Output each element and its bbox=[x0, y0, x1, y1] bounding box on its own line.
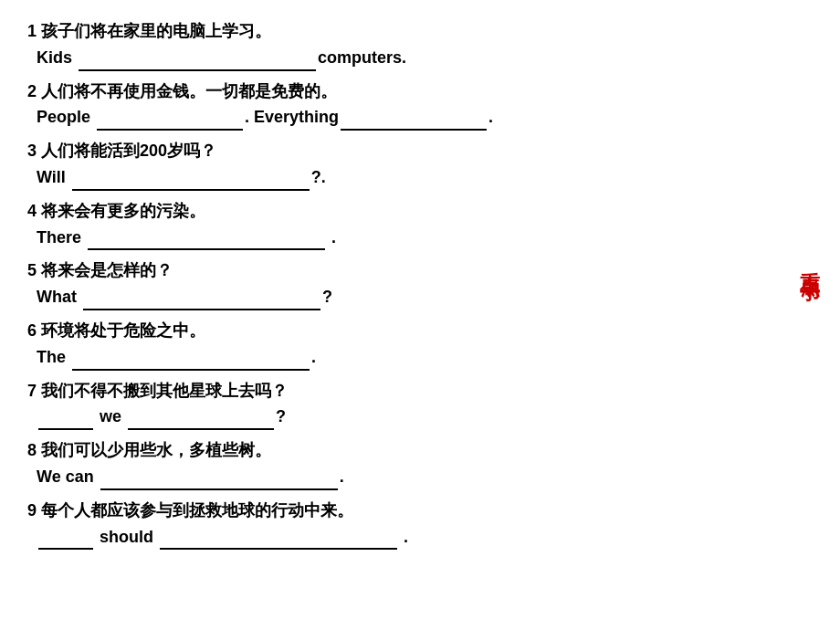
exercise-item-4: 4 将来会有更多的污染。 There . bbox=[27, 198, 813, 251]
blank-5-1[interactable] bbox=[83, 309, 320, 310]
blank-1-1[interactable] bbox=[79, 69, 316, 71]
english-1: Kids computers. bbox=[27, 45, 813, 71]
blank-7-1[interactable] bbox=[128, 428, 274, 430]
chinese-6: 6 环境将处于危险之中。 bbox=[27, 318, 813, 344]
text-period4: . bbox=[327, 228, 336, 247]
text-wecan: We can bbox=[37, 467, 99, 486]
text-computers: computers. bbox=[318, 48, 406, 67]
text-period8: . bbox=[340, 467, 344, 486]
exercise-item-6: 6 环境将处于危险之中。 The . bbox=[27, 318, 813, 371]
text-will: Will bbox=[37, 168, 70, 186]
chinese-7: 7 我们不得不搬到其他星球上去吗？ bbox=[27, 378, 813, 404]
chinese-9: 9 每个人都应该参与到拯救地球的行动中来。 bbox=[27, 498, 813, 524]
sidebar-label: 重点句子 bbox=[798, 256, 822, 270]
exercise-item-7: 7 我们不得不搬到其他星球上去吗？ we ? bbox=[27, 378, 813, 431]
text-dot1: . Everything bbox=[245, 108, 339, 126]
text-the: The bbox=[37, 348, 70, 366]
english-5: What ? bbox=[27, 284, 813, 310]
text-what: What bbox=[37, 288, 81, 306]
blank-2-2[interactable] bbox=[341, 129, 487, 131]
blank-8-1[interactable] bbox=[100, 488, 338, 490]
english-9: should . bbox=[27, 524, 813, 551]
english-2: People . Everything. bbox=[27, 104, 813, 131]
english-7: we ? bbox=[27, 404, 813, 430]
text-dot2: . bbox=[488, 108, 493, 126]
exercise-list: 1 孩子们将在家里的电脑上学习。 Kids computers. 2 人们将不再… bbox=[27, 18, 813, 550]
text-q5: ? bbox=[322, 288, 332, 306]
text-we: we bbox=[95, 407, 126, 425]
text-period6: . bbox=[311, 348, 316, 366]
english-4: There . bbox=[27, 225, 813, 251]
chinese-8: 8 我们可以少用些水，多植些树。 bbox=[27, 437, 813, 464]
exercise-item-2: 2 人们将不再使用金钱。一切都是免费的。 People . Everything… bbox=[27, 79, 813, 131]
exercise-item-3: 3 人们将能活到200岁吗？ Will ?. bbox=[27, 138, 813, 191]
chinese-3: 3 人们将能活到200岁吗？ bbox=[27, 138, 813, 164]
chinese-5: 5 将来会是怎样的？ bbox=[27, 257, 813, 284]
chinese-4: 4 将来会有更多的污染。 bbox=[27, 198, 813, 225]
text-should: should bbox=[95, 528, 158, 546]
exercise-item-5: 5 将来会是怎样的？ What ? bbox=[27, 257, 813, 310]
blank-6-1[interactable] bbox=[72, 369, 310, 371]
text-there: There bbox=[37, 228, 86, 247]
blank-3-1[interactable] bbox=[72, 189, 310, 191]
chinese-2: 2 人们将不再使用金钱。一切都是免费的。 bbox=[27, 79, 813, 105]
exercise-item-8: 8 我们可以少用些水，多植些树。 We can . bbox=[27, 437, 813, 490]
text-q7: ? bbox=[276, 407, 286, 425]
blank-7-0[interactable] bbox=[38, 428, 93, 430]
text-kids: Kids bbox=[37, 48, 77, 67]
blank-9-1[interactable] bbox=[160, 548, 397, 550]
text-period9: . bbox=[399, 528, 408, 546]
text-people: People bbox=[37, 108, 95, 126]
exercise-item-1: 1 孩子们将在家里的电脑上学习。 Kids computers. bbox=[27, 18, 813, 71]
blank-9-0[interactable] bbox=[38, 548, 93, 550]
english-6: The . bbox=[27, 344, 813, 371]
text-question: ?. bbox=[311, 168, 326, 186]
english-3: Will ?. bbox=[27, 164, 813, 191]
blank-2-1[interactable] bbox=[97, 129, 243, 131]
chinese-1: 1 孩子们将在家里的电脑上学习。 bbox=[27, 18, 813, 45]
exercise-item-9: 9 每个人都应该参与到拯救地球的行动中来。 should . bbox=[27, 498, 813, 551]
english-8: We can . bbox=[27, 464, 813, 490]
blank-4-1[interactable] bbox=[88, 248, 325, 250]
